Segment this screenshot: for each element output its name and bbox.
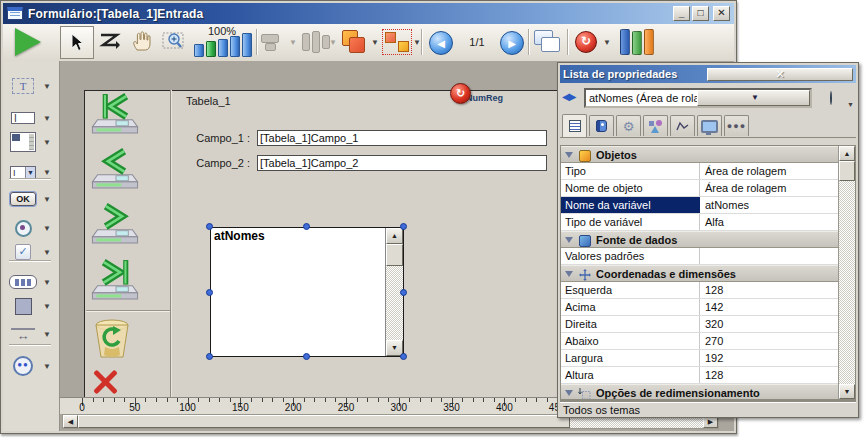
property-name[interactable]: Direita: [561, 316, 700, 332]
property-value[interactable]: Editar...: [701, 248, 839, 264]
zoom-bar-active-icon[interactable]: [206, 41, 216, 57]
property-value[interactable]: 128: [701, 367, 839, 383]
selection-handle[interactable]: [206, 223, 213, 230]
scroll-down-icon[interactable]: ▼: [839, 384, 855, 399]
move-tool-button[interactable]: [131, 30, 151, 52]
tab-events[interactable]: [670, 115, 695, 136]
previous-record-button[interactable]: [90, 147, 146, 191]
button-grid-tool[interactable]: ▼: [7, 269, 55, 295]
collapse-caret-icon[interactable]: [565, 237, 573, 243]
window-titlebar[interactable]: Formulário:[Tabela_1]Entrada _ □ ✕: [3, 3, 734, 24]
property-name[interactable]: Acima: [561, 299, 700, 315]
property-row[interactable]: Tipo de variávelAlfa: [561, 214, 839, 231]
next-record-button[interactable]: [90, 202, 146, 246]
show-hide-button[interactable]: ▼: [830, 92, 850, 104]
property-value[interactable]: 270: [701, 333, 839, 349]
field-1-input[interactable]: [Tabela_1]Campo_1: [257, 130, 547, 146]
property-name[interactable]: Esquerda: [561, 282, 700, 298]
chevron-down-icon[interactable]: ▼: [43, 114, 51, 123]
select-tool-button[interactable]: [60, 26, 94, 59]
section-header[interactable]: Opções de redimensionamento: [561, 384, 839, 400]
collapse-caret-icon[interactable]: [565, 271, 573, 277]
property-name[interactable]: Nome de objeto: [561, 180, 700, 196]
property-name[interactable]: Tipo de variável: [561, 214, 700, 230]
panel-close-icon[interactable]: ✕: [707, 68, 853, 81]
form-pages-button[interactable]: [534, 30, 560, 52]
scrollbar-thumb[interactable]: [386, 244, 403, 266]
collapse-caret-icon[interactable]: [565, 390, 573, 396]
property-value[interactable]: Área de rolagem: [701, 180, 839, 196]
tab-objects[interactable]: [643, 115, 668, 136]
delete-record-button[interactable]: [90, 317, 146, 363]
property-row[interactable]: Largura192: [561, 350, 839, 367]
property-value[interactable]: 320: [701, 316, 839, 332]
splitter-tool[interactable]: ↔▼: [7, 321, 55, 347]
scroll-up-icon[interactable]: ▲: [386, 228, 403, 244]
selection-handle[interactable]: [206, 353, 213, 360]
chevron-down-icon[interactable]: ▼: [43, 278, 51, 287]
field-2-input[interactable]: [Tabela_1]Campo_2: [257, 155, 547, 171]
zoom-bar-icon[interactable]: [194, 44, 204, 57]
property-row[interactable]: Nome da variávelatNomes: [561, 197, 839, 214]
property-row[interactable]: Direita320: [561, 316, 839, 333]
property-row[interactable]: Abaixo270: [561, 333, 839, 350]
zoom-bar-icon[interactable]: [230, 36, 240, 57]
property-row[interactable]: Valores padrõesEditar...: [561, 248, 839, 265]
section-header[interactable]: Objetos: [561, 146, 839, 163]
property-value[interactable]: Área de rolagem: [701, 163, 839, 179]
plugin-area-tool[interactable]: ●●▼: [7, 353, 55, 379]
section-header[interactable]: Coordenadas e dimensões: [561, 265, 839, 282]
previous-page-button[interactable]: ◀: [429, 31, 453, 55]
selection-handle[interactable]: [400, 289, 407, 296]
property-name[interactable]: Altura: [561, 367, 700, 383]
group-menu-button[interactable]: [382, 29, 412, 55]
previous-object-icon[interactable]: ◀▶: [562, 91, 575, 102]
chevron-down-icon[interactable]: ▼: [43, 248, 51, 257]
property-name[interactable]: Abaixo: [561, 333, 700, 349]
property-value[interactable]: 192: [701, 350, 839, 366]
object-selector-combo[interactable]: atNomes (Área de rolagem) ▼: [584, 88, 812, 108]
radio-button-tool[interactable]: ▼: [7, 215, 55, 241]
chevron-down-icon[interactable]: ▼: [43, 302, 51, 311]
property-value[interactable]: Alfa: [701, 214, 839, 230]
selection-handle[interactable]: [400, 353, 407, 360]
chevron-down-icon[interactable]: ▼: [43, 330, 51, 339]
tab-actions[interactable]: ⚙: [616, 115, 641, 136]
section-header[interactable]: Fonte de dados: [561, 231, 839, 248]
property-row[interactable]: Esquerda128: [561, 282, 839, 299]
scroll-up-icon[interactable]: ▲: [839, 146, 855, 161]
property-row[interactable]: Altura128: [561, 367, 839, 384]
list-box-tool[interactable]: ▼: [7, 129, 55, 155]
entry-order-tool-button[interactable]: [98, 32, 122, 50]
button-tool[interactable]: OK▼: [7, 186, 55, 212]
close-button[interactable]: ✕: [713, 6, 730, 21]
scroll-left-icon[interactable]: ◀: [63, 415, 78, 428]
selection-handle[interactable]: [206, 289, 213, 296]
run-form-button[interactable]: [15, 28, 41, 56]
hscrollbar-thumb[interactable]: [78, 415, 570, 428]
scrollbar-thumb[interactable]: [839, 161, 855, 181]
selection-handle[interactable]: [400, 223, 407, 230]
property-value[interactable]: 142: [701, 299, 839, 315]
next-page-button[interactable]: ▶: [500, 31, 524, 55]
tab-data[interactable]: [589, 115, 614, 136]
tab-more[interactable]: ●●●: [724, 115, 749, 136]
chevron-down-icon[interactable]: ▼: [43, 195, 51, 204]
align-menu-button[interactable]: [261, 32, 285, 50]
zoom-tool-button[interactable]: [162, 30, 186, 51]
property-panel-titlebar[interactable]: Lista de propriedades ✕: [560, 65, 856, 83]
combo-box-tool[interactable]: I▼▼: [7, 159, 55, 185]
property-name[interactable]: Valores padrões: [561, 248, 700, 264]
rectangle-tool[interactable]: ▼: [7, 293, 55, 319]
first-record-button[interactable]: [90, 92, 146, 136]
property-name[interactable]: Largura: [561, 350, 700, 366]
property-name[interactable]: Tipo: [561, 163, 700, 179]
property-row[interactable]: TipoÁrea de rolagem: [561, 163, 839, 180]
selection-handle[interactable]: [303, 223, 310, 230]
preview-menu-button[interactable]: ↻: [575, 31, 597, 53]
zoom-level-buttons[interactable]: [194, 33, 252, 57]
variable-badge-icon[interactable]: ↻: [450, 83, 471, 104]
tab-all-properties[interactable]: [562, 114, 587, 137]
collapse-caret-icon[interactable]: [565, 152, 573, 158]
chevron-down-icon[interactable]: ▼: [43, 82, 51, 91]
